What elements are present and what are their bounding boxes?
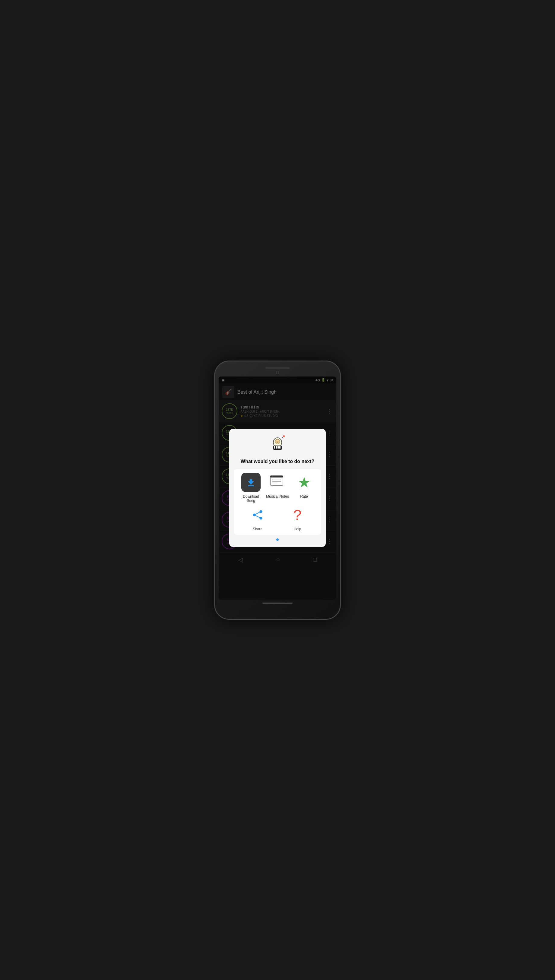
musical-notes-button[interactable]: ♪ ♫ Musical Notes: [265, 473, 290, 503]
share-button[interactable]: Share: [245, 505, 269, 531]
phone-frame: ▣ 4G 🔋 7:52 🎸 Best of Arijit Singh 337K …: [214, 361, 341, 620]
svg-line-23: [254, 515, 261, 518]
svg-text:♪ ♫: ♪ ♫: [271, 477, 274, 479]
share-label: Share: [253, 527, 262, 531]
help-question-icon: ?: [294, 507, 302, 523]
help-icon: ?: [288, 505, 307, 524]
dialog-overlay: ♪ What would you like to do next?: [219, 377, 336, 600]
download-icon: [241, 473, 261, 492]
help-button[interactable]: ? Help: [286, 505, 310, 531]
share-icon: [248, 505, 267, 524]
download-song-button[interactable]: Download Song: [239, 473, 263, 503]
star-green-icon: ★: [298, 474, 311, 491]
rate-label: Rate: [300, 494, 308, 499]
rate-button[interactable]: ★ Rate: [292, 473, 316, 503]
phone-screen: ▣ 4G 🔋 7:52 🎸 Best of Arijit Singh 337K …: [219, 377, 336, 600]
help-label: Help: [294, 527, 302, 531]
home-bar-line: [262, 603, 293, 604]
dialog-mascot: ♪: [234, 435, 321, 456]
notes-label: Musical Notes: [266, 494, 289, 499]
notes-icon: ♪ ♫: [268, 473, 287, 492]
svg-rect-2: [274, 446, 275, 449]
svg-line-22: [254, 512, 261, 515]
dialog-title: What would you like to do next?: [234, 459, 321, 464]
camera: [276, 371, 279, 374]
action-dialog: ♪ What would you like to do next?: [229, 429, 326, 547]
svg-point-9: [283, 435, 285, 437]
dialog-grid: Download Song ♪: [234, 469, 321, 535]
svg-rect-3: [276, 446, 277, 449]
mascot-svg: ♪: [268, 435, 287, 453]
svg-rect-5: [279, 446, 281, 449]
home-bar: [219, 603, 336, 604]
svg-text:♪: ♪: [277, 441, 278, 443]
speaker: [265, 367, 290, 369]
grid-row-2: Share ? Help: [238, 505, 317, 531]
grid-row-1: Download Song ♪: [238, 473, 317, 503]
svg-rect-4: [278, 446, 279, 449]
dot-active: [276, 539, 279, 541]
svg-rect-12: [248, 485, 254, 486]
rate-icon: ★: [294, 473, 314, 492]
dialog-dots: [234, 539, 321, 541]
download-label: Download Song: [239, 494, 263, 503]
